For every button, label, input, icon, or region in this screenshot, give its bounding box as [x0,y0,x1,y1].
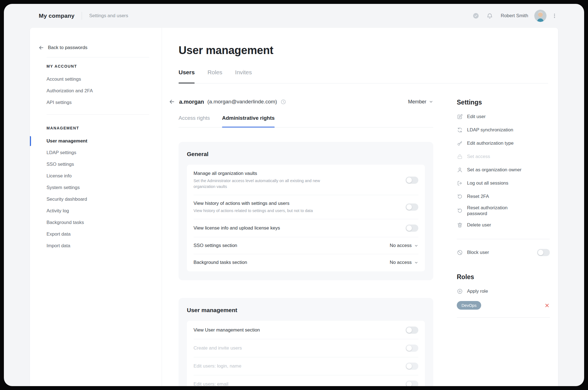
user-login: a.morgan [179,99,204,105]
row-title: View history of actions with settings an… [194,200,313,207]
settings-item-reset-2fa[interactable]: Reset 2FA [457,190,550,203]
user-management-rows: View User management section Create and … [187,321,425,386]
general-rows: Manage all organization vaults Set the A… [187,165,425,271]
edit-users-email-toggle [406,381,418,386]
settings-divider [457,239,550,239]
row-description: View history of actions related to setti… [194,208,313,214]
person-icon [457,167,463,173]
settings-item-edit-user[interactable]: Edit user [457,110,550,123]
tabs: Users Roles Invites [179,69,548,83]
view-history-toggle[interactable] [406,203,418,211]
tab-users[interactable]: Users [179,69,195,83]
sidebar-heading-management: MANAGEMENT [47,126,149,130]
background-tasks-access-select[interactable]: No access [390,260,418,265]
settings-item-label: Delete user [467,222,491,228]
sidebar-item-background-tasks[interactable]: Background tasks [47,217,149,228]
row-edit-users-login-name: Edit users: login, name [194,357,418,375]
view-user-management-toggle[interactable] [406,327,418,334]
user-management-card: User management View User management sec… [179,298,433,386]
settings-item-edit-authorization-type[interactable]: Edit authorization type [457,137,550,150]
role-chip-row: DevOps [457,301,550,310]
view-license-info-toggle[interactable] [406,225,418,232]
general-card: General Manage all organization vaults S… [179,142,433,280]
tab-invites[interactable]: Invites [235,69,252,83]
chevron-down-icon [429,100,433,104]
sidebar-item-import-data[interactable]: Import data [47,240,149,252]
reset-icon [457,193,463,200]
row-title: SSO settings section [194,243,237,249]
sidebar-item-authorization-and-2fa[interactable]: Authorization and 2FA [47,85,149,97]
block-user-toggle[interactable] [537,249,550,256]
topbar-divider [82,12,82,20]
sidebar: Back to passwords MY ACCOUNT Account set… [30,28,162,386]
manage-all-organization-vaults-toggle[interactable] [406,177,418,184]
sidebar-item-security-dashboard[interactable]: Security dashboard [47,193,149,205]
edit-icon [457,114,463,120]
row-title: Manage all organization vaults [194,170,337,177]
row-view-license-info: View license info and upload license key… [194,219,418,237]
sidebar-item-export-data[interactable]: Export data [47,228,149,240]
page-title: User management [179,44,433,57]
row-title: Edit users: login, name [194,363,241,369]
sidebar-item-api-settings[interactable]: API settings [47,97,149,108]
settings-panel: Settings Edit user LDAP synchronization [457,98,550,318]
sidebar-divider [47,114,149,115]
apply-role-label: Apply role [467,289,488,294]
row-title: Create and invite users [194,345,242,351]
settings-item-label: LDAP synchronization [467,127,513,133]
sidebar-item-activity-log[interactable]: Activity log [47,205,149,217]
role-select[interactable]: Member [408,99,433,105]
settings-item-set-access: Set access [457,150,550,163]
sidebar-item-ldap-settings[interactable]: LDAP settings [47,147,149,159]
row-edit-users-email: Edit users: email [194,375,418,386]
subtab-administrative-rights[interactable]: Administrative rights [222,114,275,127]
subtab-access-rights[interactable]: Access rights [179,114,210,127]
chevron-down-icon [414,261,418,265]
sidebar-divider [47,57,149,57]
settings-item-set-as-organization-owner[interactable]: Set as organization owner [457,163,550,177]
role-chip-devops[interactable]: DevOps [457,301,481,310]
user-email: (a.morgan@vanderlinde.com) [207,99,277,105]
select-value: No access [390,243,412,248]
check-circle-icon[interactable] [473,12,479,19]
row-view-history-of-actions: View history of actions with settings an… [194,195,418,219]
settings-item-label: Edit authorization type [467,141,514,146]
key-icon [457,140,463,146]
kebab-menu-icon[interactable] [551,13,558,19]
select-value: No access [390,260,412,265]
row-background-tasks-section: Background tasks section No access [194,254,418,271]
sync-icon [457,127,463,133]
apply-role-button[interactable]: Apply role [457,287,550,295]
sso-settings-access-select[interactable]: No access [390,243,418,248]
settings-item-reset-authorization-password[interactable]: Reset authorization password [457,203,550,218]
row-view-user-management-section: View User management section [194,321,418,339]
settings-item-label: Set access [467,154,490,159]
chevron-down-icon [414,244,418,248]
roles-heading: Roles [457,273,550,281]
sidebar-item-license-info[interactable]: License info [47,170,149,182]
avatar[interactable] [534,10,546,22]
settings-item-log-out-all-sessions[interactable]: Log out all sessions [457,177,550,190]
row-title: View license info and upload license key… [194,225,280,231]
edit-users-login-name-toggle [406,363,418,370]
settings-heading: Settings [457,98,550,106]
topbar: My company Settings and users Robert Smi… [4,4,584,28]
settings-item-delete-user[interactable]: Delete user [457,218,550,232]
tab-roles[interactable]: Roles [207,69,222,83]
back-to-passwords-link[interactable]: Back to passwords [38,44,149,51]
lock-icon [457,154,463,160]
main-panel: Back to passwords MY ACCOUNT Account set… [30,28,558,386]
topbar-section-label: Settings and users [89,13,128,19]
bell-icon[interactable] [486,12,493,19]
close-icon[interactable] [544,303,550,308]
clock-icon [280,99,286,105]
settings-item-label: Reset 2FA [467,194,489,199]
sidebar-item-system-settings[interactable]: System settings [47,182,149,193]
sidebar-item-user-management[interactable]: User management [47,135,149,147]
sidebar-item-account-settings[interactable]: Account settings [47,73,149,85]
arrow-left-icon[interactable] [169,98,175,105]
sidebar-list-management: User management LDAP settings SSO settin… [47,135,149,252]
sidebar-item-sso-settings[interactable]: SSO settings [47,159,149,170]
sidebar-list-my-account: Account settings Authorization and 2FA A… [47,73,149,108]
settings-item-ldap-synchronization[interactable]: LDAP synchronization [457,123,550,137]
